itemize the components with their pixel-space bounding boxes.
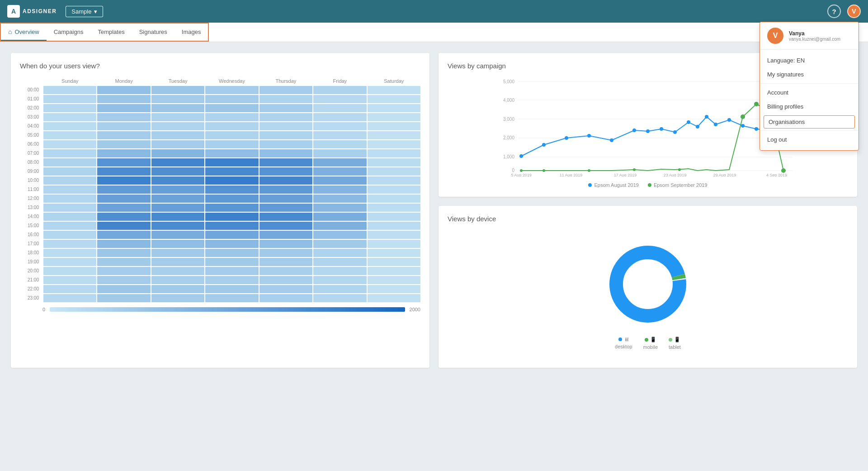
svg-text:29 Aug 2019: 29 Aug 2019 (713, 173, 736, 176)
svg-text:0: 0 (512, 168, 514, 173)
heatmap-cell (43, 140, 96, 148)
heatmap-cell (368, 231, 420, 239)
heatmap-cell (43, 195, 96, 203)
heatmap-cell (259, 249, 312, 257)
heatmap-cell (313, 240, 366, 248)
nav-item-overview[interactable]: ⌂ Overview (1, 24, 47, 41)
dropdown-account[interactable]: Account (760, 86, 859, 100)
dropdown-email: vanya.kuznei@gmail.com (789, 37, 840, 42)
heatmap-cell (205, 176, 258, 185)
heatmap-cell (259, 167, 312, 176)
heatmap-cell (259, 86, 312, 94)
heatmap-cell (259, 294, 312, 302)
heatmap-cell (151, 258, 204, 266)
heatmap-cell (205, 249, 258, 257)
heatmap-cell (313, 158, 366, 167)
heatmap-cell (97, 149, 150, 157)
svg-point-20 (673, 130, 677, 134)
heatmap-cell (313, 195, 366, 203)
heatmap-cell (313, 213, 366, 221)
heatmap-hour-label: 22:00 (20, 285, 42, 293)
heatmap-cell (97, 276, 150, 284)
heatmap-cell (205, 86, 258, 94)
heatmap-cell (368, 86, 420, 94)
views-by-device-title: Views by device (448, 215, 848, 223)
heatmap-cell (97, 86, 150, 94)
heatmap-cell (259, 204, 312, 212)
heatmap-cell (205, 95, 258, 103)
heatmap-cell (259, 285, 312, 293)
svg-point-15 (587, 134, 591, 138)
heatmap-day-header: Monday (97, 77, 150, 85)
heatmap-cell (259, 140, 312, 148)
mobile-icon: 📱 (650, 337, 656, 343)
scale-bar (50, 307, 405, 312)
svg-text:23 Aug 2019: 23 Aug 2019 (664, 173, 687, 176)
user-dropdown: V Vanya vanya.kuznei@gmail.com Language:… (760, 22, 859, 151)
sample-dropdown-button[interactable]: Sample ▾ (66, 6, 103, 17)
legend-august: Epsom August 2019 (588, 182, 638, 188)
heatmap-hour-label: 05:00 (20, 131, 42, 139)
legend-dot-desktop (618, 338, 622, 341)
logo-icon: A (7, 5, 20, 18)
heatmap-cell (151, 104, 204, 112)
heatmap-cell (259, 176, 312, 185)
heatmap-hour-label: 11:00 (20, 186, 42, 194)
svg-point-13 (542, 143, 546, 147)
help-button[interactable]: ? (827, 5, 841, 18)
heatmap-hour-label: 16:00 (20, 231, 42, 239)
heatmap-cell (205, 222, 258, 230)
heatmap-hour-label: 18:00 (20, 249, 42, 257)
heatmap-hour-label: 09:00 (20, 167, 42, 176)
logo-text: ADSIGNER (23, 8, 57, 14)
heatmap-hour-label: 02:00 (20, 104, 42, 112)
nav-item-signatures[interactable]: Signatures (132, 24, 175, 41)
heatmap-cell (43, 231, 96, 239)
heatmap-cell (43, 267, 96, 275)
heatmap-hour-label: 17:00 (20, 240, 42, 248)
heatmap-cell (43, 204, 96, 212)
nav-item-images[interactable]: Images (175, 24, 208, 41)
dropdown-name: Vanya (789, 30, 840, 37)
heatmap-cell (151, 149, 204, 157)
svg-point-38 (678, 168, 681, 171)
heatmap-cell (97, 285, 150, 293)
dropdown-billing[interactable]: Billing profiles (760, 100, 859, 114)
heatmap-cell (151, 122, 204, 130)
heatmap-hour-label: 23:00 (20, 294, 42, 302)
legend-dot-september (648, 183, 651, 187)
views-by-device-card: Views by device 🖥 desktop (439, 206, 857, 368)
nav-item-campaigns[interactable]: Campaigns (47, 24, 91, 41)
heatmap-cell (205, 149, 258, 157)
heatmap-hour-label: 01:00 (20, 95, 42, 103)
heatmap-cell (151, 276, 204, 284)
svg-text:5 Aug 2019: 5 Aug 2019 (511, 173, 532, 176)
dropdown-language[interactable]: Language: EN (760, 53, 859, 67)
when-users-view-title: When do your users view? (20, 62, 420, 70)
svg-text:17 Aug 2019: 17 Aug 2019 (614, 173, 637, 176)
avatar-button[interactable]: V (847, 5, 861, 18)
heatmap-cell (259, 158, 312, 167)
svg-text:1,000: 1,000 (503, 154, 514, 159)
heatmap-cell (205, 294, 258, 302)
when-users-view-card: When do your users view? SundayMondayTue… (11, 53, 429, 368)
heatmap-cell (313, 122, 366, 130)
heatmap-cell (368, 158, 420, 167)
dropdown-organisations[interactable]: Organisations (764, 115, 855, 128)
heatmap-cell (43, 258, 96, 266)
svg-point-27 (755, 127, 758, 131)
dropdown-my-signatures[interactable]: My signatures (760, 67, 859, 81)
heatmap-cell (313, 186, 366, 194)
dropdown-logout[interactable]: Log out (760, 133, 859, 147)
svg-point-33 (781, 168, 786, 173)
heatmap-cell (259, 95, 312, 103)
heatmap-cell (97, 95, 150, 103)
legend-dot-mobile (645, 338, 648, 342)
desktop-icon: 🖥 (624, 337, 629, 342)
heatmap-cell (97, 204, 150, 212)
heatmap-cell (368, 167, 420, 176)
heatmap-day-header: Tuesday (151, 77, 204, 85)
heatmap-cell (205, 113, 258, 121)
heatmap-cell (259, 213, 312, 221)
nav-item-templates[interactable]: Templates (90, 24, 132, 41)
